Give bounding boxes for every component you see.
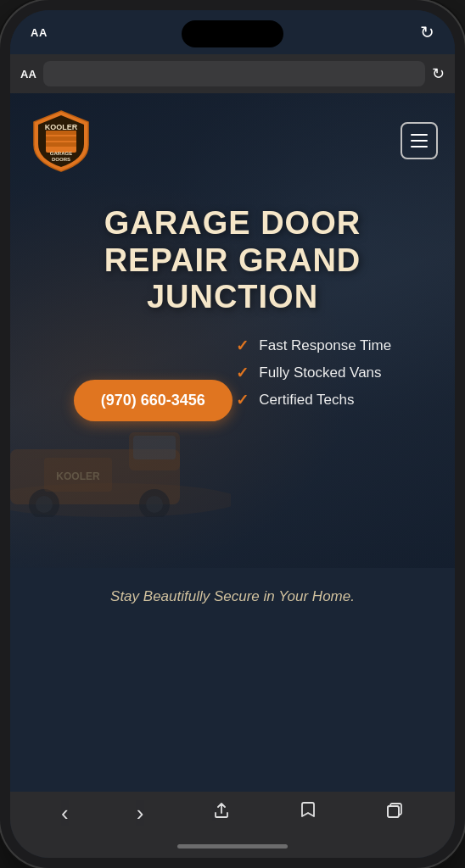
cta-phone-button[interactable]: (970) 660-3456	[74, 380, 232, 421]
hamburger-line-2	[411, 140, 428, 142]
svg-rect-18	[388, 806, 399, 817]
hero-title-line2: REPAIR GRAND	[104, 242, 361, 278]
share-button[interactable]	[212, 801, 231, 825]
svg-text:KOOLER: KOOLER	[45, 123, 78, 131]
phone-screen: AA ↻ AA ↻	[10, 10, 455, 858]
phone-frame: AA ↻ AA ↻	[0, 0, 465, 868]
hero-title-line1: GARAGE DOOR	[104, 205, 361, 241]
feature-label-2: Fully Stocked Vans	[259, 364, 381, 381]
bookmarks-button[interactable]	[299, 801, 317, 825]
forward-button[interactable]: ›	[137, 800, 144, 826]
tabs-button[interactable]	[385, 801, 404, 825]
features-list: ✓ Fast Response Time ✓ Fully Stocked Van…	[236, 337, 391, 418]
hero-section: KOOLER KOOLER	[10, 93, 455, 568]
home-indicator	[10, 834, 455, 858]
browser-aa-label[interactable]: AA	[20, 68, 36, 81]
home-indicator-bar	[177, 844, 288, 849]
svg-text:DOORS: DOORS	[52, 157, 70, 162]
status-reload-icon[interactable]: ↻	[420, 22, 434, 42]
browser-reload-button[interactable]: ↻	[432, 64, 445, 83]
feature-item-1: ✓ Fast Response Time	[236, 337, 391, 355]
back-button[interactable]: ‹	[61, 800, 69, 826]
feature-label-3: Certified Techs	[259, 392, 354, 409]
logo: KOOLER GARAGE DOORS	[27, 107, 95, 175]
svg-rect-13	[46, 142, 76, 147]
svg-text:GARAGE: GARAGE	[50, 151, 72, 156]
feature-item-3: ✓ Certified Techs	[236, 391, 391, 409]
hamburger-button[interactable]	[401, 122, 438, 159]
tagline-section: Stay Beautifully Secure in Your Home.	[10, 568, 455, 626]
browser-bar: AA ↻	[10, 54, 455, 93]
hero-title: GARAGE DOOR REPAIR GRAND JUNCTION	[27, 205, 438, 316]
hero-content: GARAGE DOOR REPAIR GRAND JUNCTION (970) …	[10, 188, 455, 568]
hamburger-line-1	[411, 134, 428, 136]
feature-item-2: ✓ Fully Stocked Vans	[236, 364, 391, 382]
status-bar: AA ↻	[10, 10, 455, 54]
browser-url-field[interactable]	[43, 61, 425, 86]
svg-rect-12	[46, 136, 76, 141]
font-size-label: AA	[31, 26, 48, 39]
tagline-text: Stay Beautifully Secure in Your Home.	[27, 588, 438, 605]
hamburger-line-3	[411, 146, 428, 147]
check-icon-3: ✓	[236, 391, 249, 409]
browser-bottom-nav: ‹ ›	[10, 792, 455, 834]
website-content: KOOLER KOOLER	[10, 93, 455, 792]
dynamic-island	[182, 20, 283, 47]
hero-title-line3: JUNCTION	[147, 279, 318, 314]
check-icon-1: ✓	[236, 337, 249, 355]
feature-label-1: Fast Response Time	[259, 337, 391, 354]
check-icon-2: ✓	[236, 364, 249, 382]
hero-navbar: KOOLER GARAGE DOORS	[10, 93, 455, 188]
